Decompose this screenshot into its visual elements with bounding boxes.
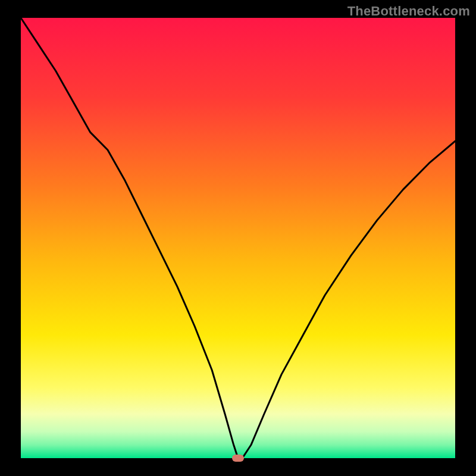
bottleneck-chart [0, 0, 476, 476]
optimum-marker [232, 455, 244, 462]
plot-background [21, 18, 455, 458]
chart-stage: TheBottleneck.com [0, 0, 476, 476]
